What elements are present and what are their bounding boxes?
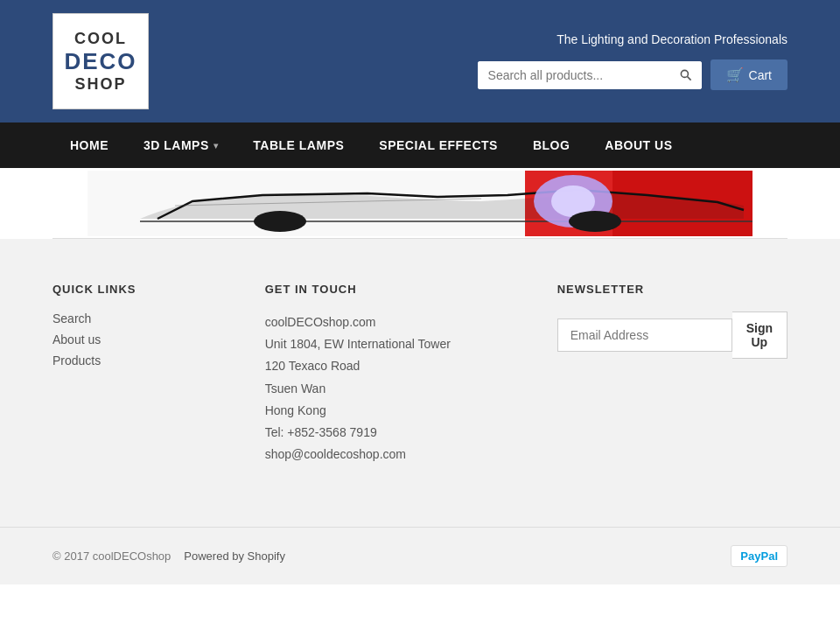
footer-columns: QUICK LINKS Search About us Products GET…: [52, 283, 788, 466]
copyright-text: © 2017 coolDECOshop: [52, 550, 171, 563]
nav-table-lamps[interactable]: TABLE LAMPS: [235, 122, 361, 168]
tagline: The Lighting and Decoration Professional…: [556, 32, 788, 46]
contact-address2: 120 Texaco Road: [265, 355, 505, 377]
footer-bottom: © 2017 coolDECOshop Powered by Shopify P…: [0, 527, 840, 584]
banner-image: [88, 171, 752, 236]
footer: QUICK LINKS Search About us Products GET…: [0, 239, 840, 527]
powered-by-link[interactable]: Powered by Shopify: [184, 550, 285, 563]
nav-3d-lamps-label: 3D LAMPS: [144, 138, 209, 152]
svg-line-1: [687, 76, 690, 80]
paypal-badge: PayPal: [731, 545, 788, 567]
logo-line3: SHOP: [74, 75, 126, 94]
footer-contact: GET IN TOUCH coolDECOshop.com Unit 1804,…: [265, 283, 505, 466]
email-input[interactable]: [557, 318, 732, 352]
nav-3d-lamps[interactable]: 3D LAMPS ▾: [126, 122, 235, 168]
chevron-down-icon: ▾: [214, 141, 219, 150]
newsletter-form: Sign Up: [557, 312, 788, 359]
svg-point-7: [254, 211, 306, 232]
search-input[interactable]: [478, 61, 670, 89]
search-button[interactable]: [670, 61, 702, 89]
contact-email: shop@cooldecoshop.com: [265, 444, 505, 466]
search-cart-row: 🛒 Cart: [478, 60, 788, 90]
contact-tel: Tel: +852-3568 7919: [265, 422, 505, 444]
nav-special-effects[interactable]: SPECIAL EFFECTS: [361, 122, 515, 168]
footer-link-products[interactable]: Products: [52, 354, 213, 368]
signup-button[interactable]: Sign Up: [732, 312, 788, 359]
banner-area: [0, 168, 840, 238]
contact-heading: GET IN TOUCH: [265, 283, 505, 296]
footer-link-about[interactable]: About us: [52, 332, 213, 346]
contact-city: Tsuen Wan: [265, 378, 505, 400]
footer-newsletter: NEWSLETTER Sign Up: [557, 283, 788, 466]
search-wrapper: [478, 61, 702, 89]
svg-point-8: [569, 211, 621, 232]
cart-button[interactable]: 🛒 Cart: [710, 60, 788, 90]
contact-country: Hong Kong: [265, 400, 505, 422]
cart-label: Cart: [749, 68, 772, 82]
contact-address1: Unit 1804, EW International Tower: [265, 333, 505, 355]
site-header: COOL DECO SHOP The Lighting and Decorati…: [0, 0, 840, 122]
footer-quick-links: QUICK LINKS Search About us Products: [52, 283, 213, 466]
nav-about-us[interactable]: ABOUT US: [587, 122, 690, 168]
footer-link-search[interactable]: Search: [52, 312, 213, 326]
quick-links-heading: QUICK LINKS: [52, 283, 213, 296]
main-nav: HOME 3D LAMPS ▾ TABLE LAMPS SPECIAL EFFE…: [0, 122, 840, 168]
contact-details: coolDECOshop.com Unit 1804, EW Internati…: [265, 312, 505, 466]
logo-line1: COOL: [74, 30, 127, 48]
search-icon: [679, 68, 693, 82]
cart-icon: 🛒: [726, 66, 744, 83]
logo[interactable]: COOL DECO SHOP: [52, 13, 149, 109]
svg-point-0: [681, 70, 688, 77]
paypal-text2: Pal: [760, 550, 778, 563]
logo-line2: DECO: [64, 48, 136, 75]
nav-home[interactable]: HOME: [52, 122, 126, 168]
header-right: The Lighting and Decoration Professional…: [478, 32, 788, 90]
contact-website: coolDECOshop.com: [265, 312, 505, 333]
newsletter-heading: NEWSLETTER: [557, 283, 788, 296]
footer-copyright-row: © 2017 coolDECOshop Powered by Shopify: [52, 550, 285, 563]
nav-blog[interactable]: BLOG: [515, 122, 587, 168]
paypal-text1: Pay: [740, 550, 760, 563]
